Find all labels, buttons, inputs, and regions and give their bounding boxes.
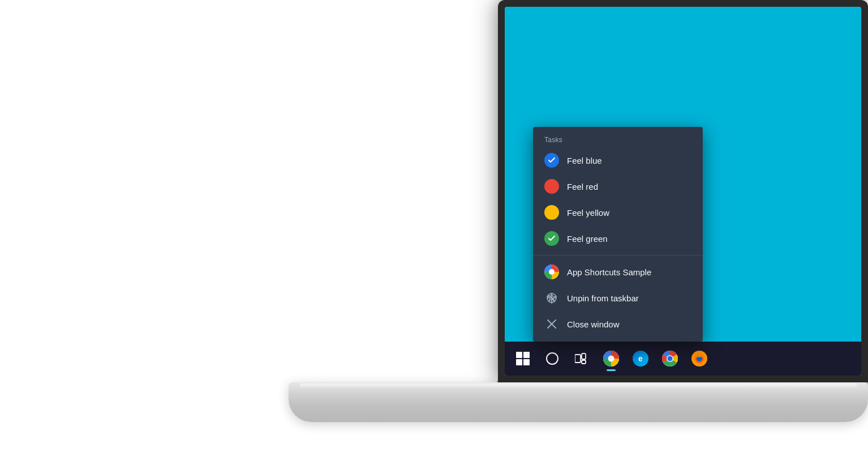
feel-green-icon (544, 231, 559, 246)
feel-red-label: Feel red (567, 182, 598, 191)
chrome-icon (662, 351, 678, 366)
firefox-icon (691, 351, 707, 366)
svg-rect-12 (582, 360, 586, 364)
laptop-screen-bezel: Tasks Feel blue Feel red (498, 0, 868, 382)
feel-green-label: Feel green (567, 234, 608, 244)
taskbar-start-button[interactable] (509, 345, 536, 372)
taskbar-chrome-button[interactable] (656, 345, 684, 372)
laptop-base (289, 382, 868, 422)
taskbar-app-shortcuts-button[interactable] (598, 345, 625, 372)
edge-icon: e (633, 351, 648, 366)
feel-yellow-label: Feel yellow (567, 208, 609, 218)
app-shortcuts-taskbar-icon (603, 351, 619, 366)
taskbar-search-button[interactable] (539, 345, 566, 372)
taskview-icon (575, 353, 588, 364)
svg-text:e: e (638, 354, 643, 363)
windows-logo-icon (516, 352, 530, 365)
cortana-icon (546, 352, 558, 365)
taskbar: e (505, 342, 861, 376)
close-window-label: Close window (567, 319, 620, 329)
unpin-label: Unpin from taskbar (567, 293, 639, 303)
taskbar-firefox-button[interactable] (686, 345, 713, 372)
svg-point-1 (549, 269, 555, 275)
menu-item-feel-yellow[interactable]: Feel yellow (533, 199, 703, 225)
menu-item-feel-blue[interactable]: Feel blue (533, 147, 703, 173)
feel-red-icon (544, 179, 559, 194)
svg-rect-10 (575, 355, 581, 363)
svg-point-19 (668, 356, 673, 361)
app-name-label: App Shortcuts Sample (567, 267, 651, 277)
menu-item-feel-green[interactable]: Feel green (533, 225, 703, 252)
svg-rect-11 (582, 353, 586, 359)
unpin-icon (544, 291, 559, 305)
taskbar-taskview-button[interactable] (568, 345, 595, 372)
taskbar-edge-button[interactable]: e (627, 345, 654, 372)
context-menu-section-label: Tasks (533, 131, 703, 147)
feel-blue-icon (544, 153, 559, 168)
menu-item-app-name: App Shortcuts Sample (533, 259, 703, 285)
context-menu: Tasks Feel blue Feel red (533, 127, 703, 342)
app-shortcuts-icon (544, 265, 559, 279)
svg-point-14 (608, 356, 615, 362)
context-menu-divider (533, 255, 703, 255)
menu-item-feel-red[interactable]: Feel red (533, 173, 703, 199)
menu-item-close-window[interactable]: Close window (533, 311, 703, 337)
feel-yellow-icon (544, 205, 559, 220)
menu-item-unpin[interactable]: Unpin from taskbar (533, 285, 703, 311)
close-window-icon (544, 317, 559, 331)
feel-blue-label: Feel blue (567, 156, 602, 165)
laptop-screen: Tasks Feel blue Feel red (505, 7, 861, 376)
